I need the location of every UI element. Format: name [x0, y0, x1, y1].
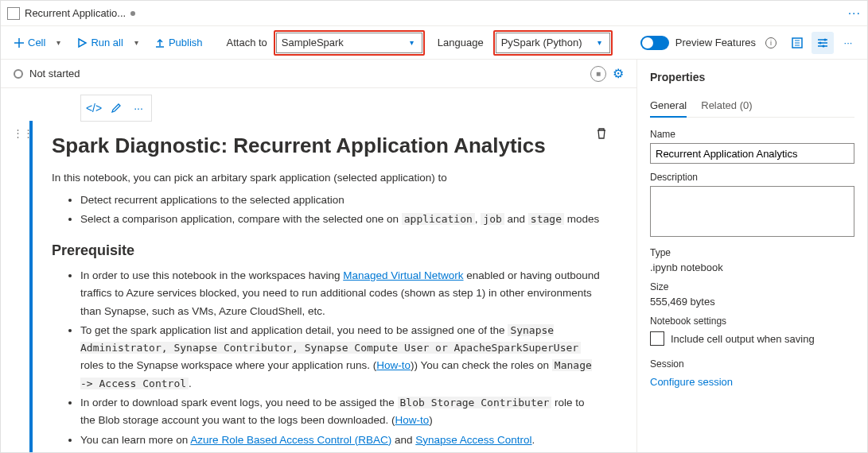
cell-heading: Spark Diagnostic: Recurrent Application …	[52, 134, 601, 158]
attach-dropdown[interactable]: SampleSpark ▾	[276, 33, 422, 53]
list-item: You can learn more on Azure Role Based A…	[80, 432, 601, 449]
list-item: In order to download spark event logs, y…	[80, 394, 601, 430]
preview-features-toggle[interactable]: Preview Features i	[640, 36, 777, 50]
list-item: Detect recurrent applications to the sel…	[80, 192, 601, 209]
run-all-button[interactable]: Run all	[72, 33, 127, 52]
stop-button[interactable]: ■	[590, 66, 606, 82]
howto-link[interactable]: How-to	[376, 359, 411, 371]
session-gear-icon[interactable]: ⚙	[613, 66, 624, 82]
variables-button[interactable]	[786, 32, 808, 54]
notebook-settings-label: Notebook settings	[650, 316, 854, 327]
language-label: Language	[438, 37, 484, 48]
toolbar: Cell ▾ Run all ▾ Publish Attach to Sampl…	[1, 26, 867, 60]
description-label: Description	[650, 172, 854, 183]
document-title: Recurrent Applicatio...	[25, 7, 126, 19]
svg-point-1	[824, 38, 827, 41]
notebook-icon	[7, 7, 20, 20]
checkbox-label: Include cell output when saving	[671, 333, 815, 345]
delete-cell-button[interactable]	[595, 127, 608, 140]
type-value: .ipynb notebook	[650, 261, 854, 273]
drag-handle[interactable]: ⋮⋮	[17, 121, 29, 452]
synapse-ac-link[interactable]: Synapse Access Control	[415, 434, 531, 446]
list-item: Select a comparison application, compare…	[80, 211, 601, 228]
unsaved-indicator	[130, 11, 135, 16]
language-highlight: PySpark (Python) ▾	[493, 30, 613, 56]
cell-toolbar: </> ···	[80, 95, 152, 122]
name-label: Name	[650, 129, 854, 140]
status-bar: Not started ■ ⚙	[1, 60, 636, 88]
attach-label: Attach to	[227, 37, 267, 48]
info-icon[interactable]: i	[765, 37, 777, 48]
properties-tabs: General Related (0)	[650, 95, 854, 118]
markdown-cell[interactable]: Spark Diagnostic: Recurrent Application …	[29, 121, 621, 452]
publish-button[interactable]: Publish	[150, 33, 208, 52]
titlebar-more-button[interactable]: ···	[848, 6, 861, 21]
chevron-down-icon: ▾	[594, 35, 605, 50]
cell-text: In this notebook, you can pick an arbita…	[52, 169, 601, 187]
properties-title: Properties	[650, 71, 854, 83]
tab-related[interactable]: Related (0)	[701, 95, 752, 117]
plus-icon	[14, 37, 25, 48]
svg-point-3	[823, 45, 825, 47]
play-icon	[76, 37, 88, 48]
tab-general[interactable]: General	[650, 95, 687, 118]
size-value: 555,469 bytes	[650, 296, 854, 308]
settings-button[interactable]	[812, 32, 834, 54]
chevron-down-icon: ▾	[407, 35, 417, 50]
attach-highlight: SampleSpark ▾	[274, 30, 425, 56]
status-text: Not started	[29, 68, 80, 79]
cell-chevron[interactable]: ▾	[53, 35, 64, 50]
titlebar: Recurrent Applicatio... ···	[1, 1, 867, 26]
mvn-link[interactable]: Managed Virtual Network	[343, 269, 463, 281]
size-label: Size	[650, 281, 854, 292]
howto-link-2[interactable]: How-to	[395, 414, 430, 426]
code-toggle-button[interactable]: </>	[84, 99, 103, 118]
description-input[interactable]	[650, 186, 854, 237]
session-label: Session	[650, 358, 854, 370]
type-label: Type	[650, 247, 854, 258]
publish-icon	[154, 37, 165, 48]
configure-session-link[interactable]: Configure session	[650, 376, 733, 388]
toolbar-more-button[interactable]: ···	[837, 32, 859, 54]
list-item: In order to use this notebook in the wor…	[80, 267, 601, 320]
status-indicator-icon	[14, 69, 23, 79]
language-dropdown[interactable]: PySpark (Python) ▾	[496, 33, 610, 53]
cell-more-button[interactable]: ···	[129, 99, 148, 118]
properties-panel: Properties General Related (0) Name Desc…	[636, 60, 867, 452]
name-input[interactable]	[650, 143, 854, 164]
rbac-link[interactable]: Azure Role Based Access Control (RBAC)	[190, 434, 391, 446]
add-cell-button[interactable]: Cell	[9, 33, 50, 52]
svg-point-2	[819, 41, 822, 44]
edit-button[interactable]	[107, 99, 126, 118]
include-output-checkbox[interactable]	[650, 331, 664, 346]
cell-subheading: Prerequisite	[52, 242, 601, 259]
run-chevron[interactable]: ▾	[131, 35, 142, 50]
list-item: To get the spark application list and ap…	[80, 322, 601, 393]
